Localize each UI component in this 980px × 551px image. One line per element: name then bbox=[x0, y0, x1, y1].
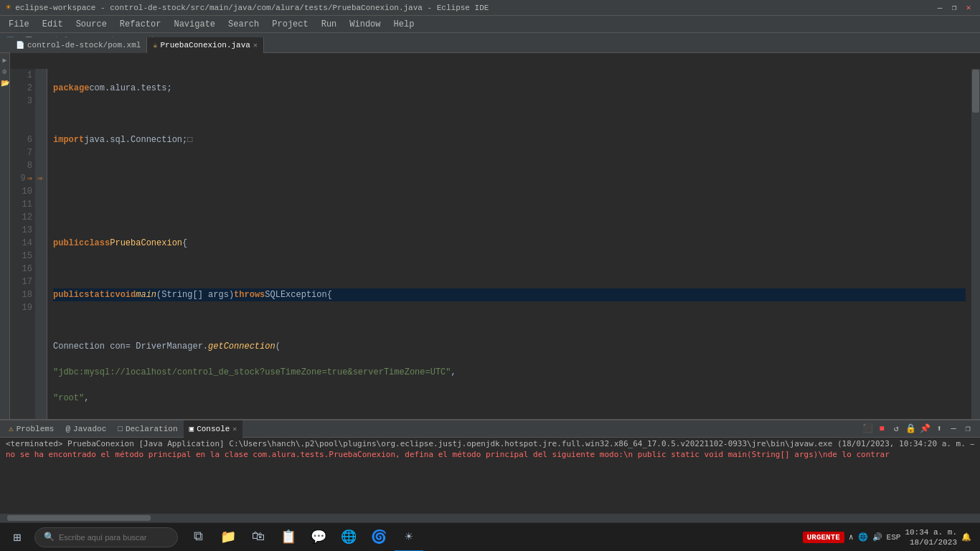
console-output: <terminated> PruebaConexion [Java Applic… bbox=[0, 438, 980, 514]
eclipse-logo-icon: ☀ bbox=[6, 2, 11, 13]
line-13: 13 bbox=[13, 224, 32, 237]
sidebar-icon-1[interactable]: ▶ bbox=[2, 56, 6, 65]
taskbar-discord[interactable]: 💬 bbox=[304, 523, 333, 552]
console-maximize-button[interactable]: ❐ bbox=[961, 423, 974, 435]
taskbar-search-input[interactable] bbox=[59, 533, 166, 542]
tab-problems[interactable]: ⚠ Problems bbox=[3, 420, 60, 438]
line-14: 14 bbox=[13, 237, 32, 250]
problems-label: Problems bbox=[17, 425, 55, 433]
menu-search[interactable]: Search bbox=[222, 18, 265, 31]
console-clear-button[interactable]: ⬛ bbox=[861, 423, 874, 435]
console-minimize-button[interactable]: — bbox=[947, 423, 960, 435]
menu-window[interactable]: Window bbox=[344, 18, 386, 31]
javadoc-label: Javadoc bbox=[73, 425, 106, 433]
console-scroll-lock-button[interactable]: 🔒 bbox=[904, 423, 917, 435]
console-expand-button[interactable]: ⬆ bbox=[933, 423, 946, 435]
close-button[interactable]: ✕ bbox=[963, 2, 974, 14]
menu-run[interactable]: Run bbox=[316, 18, 343, 31]
titlebar-title: eclipse-workspace - control-de-stock/src… bbox=[15, 4, 489, 12]
console-pin-button[interactable]: 📌 bbox=[918, 423, 931, 435]
tab-java-label: PruebaConexion.java bbox=[160, 41, 250, 50]
maximize-button[interactable]: ❐ bbox=[948, 2, 960, 14]
titlebar-controls[interactable]: — ❐ ✕ bbox=[934, 2, 974, 14]
menubar: File Edit Source Refactor Navigate Searc… bbox=[0, 16, 980, 33]
clock-time: 10:34 a. m. bbox=[905, 527, 957, 537]
console-hscroll-thumb[interactable] bbox=[7, 515, 151, 521]
network-tray-icon[interactable]: 🌐 bbox=[858, 532, 868, 542]
bottom-panel: ⚠ Problems @ Javadoc □ Declaration ▣ Con… bbox=[0, 419, 980, 522]
taskbar-chrome[interactable]: 🌐 bbox=[334, 523, 363, 552]
tab-pom-xml[interactable]: 📄 control-de-stock/pom.xml bbox=[10, 37, 147, 53]
left-sidebar: ▶ ⚙ 📂 bbox=[0, 53, 10, 448]
tab-prueba-conexion[interactable]: ☕ PruebaConexion.java ✕ bbox=[147, 37, 263, 53]
taskbar-apps: ⧉ 📁 🛍 📋 💬 🌐 🌀 ☀ bbox=[184, 523, 423, 552]
menu-help[interactable]: Help bbox=[388, 18, 420, 31]
code-line-8 bbox=[53, 263, 966, 276]
menu-source[interactable]: Source bbox=[70, 18, 113, 31]
bottom-tabbar: ⚠ Problems @ Javadoc □ Declaration ▣ Con… bbox=[0, 420, 980, 438]
tab-close-button[interactable]: ✕ bbox=[253, 41, 258, 50]
titlebar-left: ☀ eclipse-workspace - control-de-stock/s… bbox=[6, 2, 489, 13]
line-3: 3 bbox=[13, 95, 32, 108]
taskbar-app-4[interactable]: 📋 bbox=[274, 523, 303, 552]
vscrollbar-thumb[interactable] bbox=[972, 70, 979, 113]
show-hidden-tray-icon[interactable]: ∧ bbox=[849, 532, 854, 542]
notification-icon[interactable]: 🔔 bbox=[961, 532, 971, 542]
line-4 bbox=[13, 108, 32, 121]
editor-area: 1 2 3 6 7 8 9 10 11 12 13 14 15 16 17 18… bbox=[10, 53, 971, 448]
tab-pom-label: control-de-stock/pom.xml bbox=[27, 41, 141, 50]
line-15: 15 bbox=[13, 250, 32, 263]
bottom-toolbar: ⬛ ■ ↺ 🔒 📌 ⬆ — ❐ bbox=[861, 423, 977, 435]
line-6: 6 bbox=[13, 133, 32, 146]
line-17: 17 bbox=[13, 276, 32, 288]
volume-tray-icon[interactable]: 🔊 bbox=[872, 532, 882, 542]
execution-arrow: ⇒ bbox=[37, 172, 42, 185]
line-9: 9 bbox=[13, 172, 32, 185]
code-line-6 bbox=[53, 211, 966, 224]
taskbar-search[interactable]: 🔍 bbox=[34, 527, 178, 547]
tab-javadoc[interactable]: @ Javadoc bbox=[60, 420, 112, 438]
clock-date: 18/01/2023 bbox=[905, 537, 957, 547]
titlebar: ☀ eclipse-workspace - control-de-stock/s… bbox=[0, 0, 980, 16]
line-2: 2 bbox=[13, 82, 32, 95]
urgente-badge[interactable]: URGENTE bbox=[803, 532, 844, 543]
taskbar-store[interactable]: 🛍 bbox=[244, 523, 273, 552]
taskbar-task-view[interactable]: ⧉ bbox=[184, 523, 212, 552]
clock[interactable]: 10:34 a. m. 18/01/2023 bbox=[905, 527, 957, 547]
minimize-button[interactable]: — bbox=[934, 2, 946, 14]
bottom-tabs-left: ⚠ Problems @ Javadoc □ Declaration ▣ Con… bbox=[3, 420, 242, 438]
line-numbers: 1 2 3 6 7 8 9 10 11 12 13 14 15 16 17 18… bbox=[10, 69, 36, 448]
console-stop-button[interactable]: ■ bbox=[875, 423, 888, 435]
tab-declaration[interactable]: □ Declaration bbox=[112, 420, 183, 438]
language-label[interactable]: ESP bbox=[887, 533, 901, 542]
code-content[interactable]: package com.alura.tests; import java.sql… bbox=[47, 69, 971, 448]
code-line-9: public static void main(String[] args) t… bbox=[53, 288, 966, 301]
line-1: 1 bbox=[13, 69, 32, 82]
line-7: 7 bbox=[13, 146, 32, 159]
console-hscroll[interactable] bbox=[0, 514, 980, 522]
menu-file[interactable]: File bbox=[3, 18, 35, 31]
declaration-label: Declaration bbox=[126, 425, 178, 433]
line-19: 19 bbox=[13, 301, 32, 314]
taskbar-right: URGENTE ∧ 🌐 🔊 ESP 10:34 a. m. 18/01/2023… bbox=[803, 527, 977, 547]
taskbar-file-explorer[interactable]: 📁 bbox=[214, 523, 242, 552]
console-close-icon[interactable]: ✕ bbox=[232, 425, 237, 433]
menu-edit[interactable]: Edit bbox=[37, 18, 69, 31]
menu-project[interactable]: Project bbox=[266, 18, 314, 31]
code-line-4 bbox=[53, 159, 966, 172]
console-rerun-button[interactable]: ↺ bbox=[890, 423, 903, 435]
code-line-7: public class PruebaConexion { bbox=[53, 237, 966, 250]
sidebar-icon-3[interactable]: 📂 bbox=[1, 79, 9, 88]
tab-console[interactable]: ▣ Console ✕ bbox=[184, 420, 243, 438]
menu-navigate[interactable]: Navigate bbox=[168, 18, 221, 31]
vscrollbar[interactable] bbox=[971, 69, 980, 448]
menu-refactor[interactable]: Refactor bbox=[114, 18, 167, 31]
line-12: 12 bbox=[13, 211, 32, 224]
taskbar-edge[interactable]: 🌀 bbox=[364, 523, 393, 552]
code-line-5 bbox=[53, 185, 966, 198]
start-button[interactable]: ⊞ bbox=[3, 523, 32, 552]
xml-file-icon: 📄 bbox=[16, 41, 24, 50]
taskbar-eclipse[interactable]: ☀ bbox=[395, 523, 423, 552]
declaration-icon: □ bbox=[118, 425, 123, 433]
sidebar-icon-2[interactable]: ⚙ bbox=[2, 67, 6, 76]
